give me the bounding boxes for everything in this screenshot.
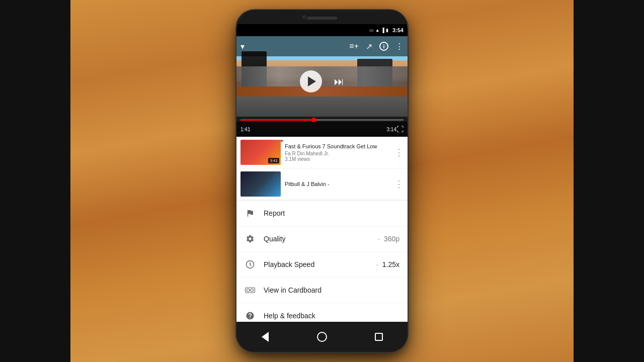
nav-recents-icon [375, 333, 383, 341]
phone-frame: ▭ ▲ ▐ ▮ 3:54 [236, 10, 408, 352]
nav-bar [236, 322, 408, 352]
more-options-icon[interactable]: ⋮ [395, 42, 404, 51]
side-bar-left [0, 0, 70, 362]
video-info-1: Fast & Furious 7 Soundtrack Get Low Fa R… [281, 143, 404, 162]
settings-icon [245, 233, 256, 244]
cardboard-icon [245, 285, 256, 296]
fullscreen-icon[interactable]: ⛶ [396, 125, 404, 133]
menu-item-report[interactable]: Report [236, 201, 408, 226]
speed-icon [245, 259, 256, 270]
quality-value: 360p [384, 235, 399, 243]
video-more-button-1[interactable]: ⋮ [394, 147, 404, 158]
playback-speed-value: 1.25x [382, 260, 399, 268]
play-button[interactable] [300, 70, 322, 93]
status-icons: ▭ ▲ ▐ ▮ [369, 28, 388, 33]
nav-back-button[interactable] [258, 330, 272, 344]
add-to-queue-icon[interactable]: ≡+ [349, 42, 359, 51]
video-views-1: 3.1M views [285, 156, 310, 162]
list-item[interactable]: 3:41 Fast & Furious 7 Soundtrack Get Low… [236, 137, 408, 168]
menu-item-view-cardboard[interactable]: View in Cardboard [236, 278, 408, 303]
nav-back-icon [262, 332, 269, 342]
wifi-icon: ▲ [375, 28, 380, 33]
menu-label-playback-speed: Playback Speed [264, 260, 372, 268]
play-controls: ⏭ [300, 70, 344, 93]
video-more-button-2[interactable]: ⋮ [394, 178, 404, 190]
nav-home-icon [317, 332, 327, 342]
menu-item-playback-speed[interactable]: Playback Speed · 1.25x [236, 252, 408, 278]
video-meta-1: Fa R Din Mahedi Jr. 3.1M views [285, 151, 393, 162]
video-title-2: Pitbull & J Balvin - [285, 180, 393, 188]
menu-label-quality: Quality [264, 235, 374, 243]
menu-overlay: Report Quality · 360p [236, 200, 408, 322]
nav-home-button[interactable] [315, 330, 329, 344]
info-icon[interactable]: i [379, 42, 388, 51]
cast-icon: ▭ [369, 28, 374, 33]
progress-bar-bg [240, 119, 404, 121]
progress-bar-fill [240, 119, 314, 121]
status-time: 3:54 [392, 27, 404, 33]
menu-value-quality: · [378, 235, 380, 243]
video-info-2: Pitbull & J Balvin - [281, 180, 404, 188]
phone-wrapper: ▭ ▲ ▐ ▮ 3:54 [236, 10, 408, 352]
battery-icon: ▮ [386, 28, 388, 33]
menu-item-help[interactable]: Help & feedback [236, 303, 408, 322]
share-icon[interactable]: ↗ [366, 42, 372, 51]
menu-item-quality[interactable]: Quality · 360p [236, 226, 408, 252]
help-icon [245, 310, 256, 321]
video-list: 3:41 Fast & Furious 7 Soundtrack Get Low… [236, 137, 408, 200]
skip-next-icon[interactable]: ⏭ [334, 76, 344, 87]
video-player[interactable]: ▾ ≡+ ↗ i ⋮ ⏭ [236, 36, 408, 137]
video-title-1: Fast & Furious 7 Soundtrack Get Low [285, 143, 393, 150]
list-item[interactable]: Pitbull & J Balvin - ⋮ [236, 168, 408, 200]
video-current-time: 1:41 [240, 127, 385, 132]
collapse-icon[interactable]: ▾ [240, 42, 245, 51]
svg-point-5 [251, 289, 254, 292]
play-triangle [308, 76, 316, 86]
video-thumbnail-2 [240, 171, 281, 197]
menu-label-help: Help & feedback [264, 312, 399, 320]
status-bar: ▭ ▲ ▐ ▮ 3:54 [236, 24, 408, 36]
video-channel-1: Fa R Din Mahedi Jr. [285, 151, 329, 156]
speaker [307, 17, 337, 20]
camera-dot [302, 15, 306, 19]
side-bar-right [574, 0, 644, 362]
video-bottom-bar: 1:41 3:14 ⛶ [236, 122, 408, 137]
menu-value-playback-sep: · [376, 260, 378, 268]
video-total-time: 3:14 [387, 127, 396, 132]
video-thumbnail-1: 3:41 [240, 140, 281, 165]
duration-badge-1: 3:41 [268, 158, 279, 163]
menu-label-view-cardboard: View in Cardboard [264, 286, 399, 294]
menu-label-report: Report [264, 209, 399, 217]
active-indicator [281, 140, 283, 142]
nav-recents-button[interactable] [372, 330, 386, 344]
video-toolbar: ▾ ≡+ ↗ i ⋮ [236, 36, 408, 56]
progress-area[interactable] [236, 119, 408, 121]
phone-screen: ▭ ▲ ▐ ▮ 3:54 [236, 24, 408, 322]
flag-icon [245, 208, 256, 219]
svg-point-4 [247, 289, 250, 292]
phone-notch [236, 10, 408, 24]
signal-icon: ▐ [381, 28, 384, 33]
